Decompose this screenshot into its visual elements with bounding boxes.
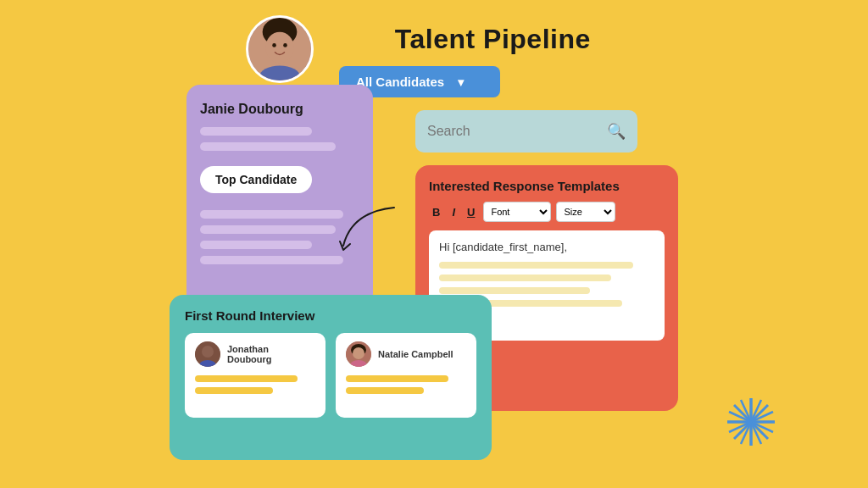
svg-point-4 [283, 43, 287, 47]
candidate-name: Janie Doubourg [200, 102, 359, 117]
mini-header-1: Jonathan Doubourg [195, 341, 315, 367]
interview-card: First Round Interview Jonathan Doubourg [170, 295, 492, 460]
italic-button[interactable]: I [448, 204, 459, 220]
svg-point-15 [202, 346, 214, 358]
candidate-1-name: Jonathan Doubourg [227, 344, 315, 364]
mini-line-1-2 [195, 387, 273, 394]
candidate-line-5 [200, 241, 312, 249]
editor-line-1 [439, 262, 633, 269]
mini-line-1-1 [195, 375, 298, 382]
svg-point-19 [353, 347, 364, 359]
candidate-2-name: Natalie Campbell [378, 349, 453, 359]
editor-text: Hi [candidate_first_name], [439, 241, 654, 253]
top-candidate-button[interactable]: Top Candidate [200, 166, 312, 193]
avatar-jonathan [195, 341, 220, 367]
search-bar: 🔍 [415, 110, 637, 152]
candidates-row: Jonathan Doubourg Natalie Campbell [185, 333, 476, 418]
avatar [246, 15, 314, 83]
interview-card-title: First Round Interview [185, 308, 476, 323]
candidate-mini-card-1: Jonathan Doubourg [185, 333, 326, 418]
response-card-title: Interested Response Templates [429, 179, 665, 193]
dropdown-label: All Candidates [356, 75, 444, 89]
starburst-icon [726, 396, 776, 447]
chevron-down-icon: ▾ [458, 75, 464, 89]
candidate-line-3 [200, 210, 343, 219]
candidate-line-6 [200, 256, 343, 264]
size-select[interactable]: Size [556, 202, 615, 222]
bold-button[interactable]: B [429, 204, 443, 220]
candidate-mini-card-2: Natalie Campbell [336, 333, 476, 418]
mini-line-2-1 [346, 375, 448, 382]
editor-line-3 [439, 287, 590, 294]
font-select[interactable]: Font [483, 202, 551, 222]
text-toolbar: B I U Font Size [429, 202, 665, 222]
candidate-line-1 [200, 127, 312, 136]
search-icon: 🔍 [607, 122, 626, 141]
svg-point-2 [265, 32, 293, 64]
decorative-arrow [335, 203, 403, 254]
editor-line-2 [439, 274, 611, 281]
svg-point-3 [272, 43, 276, 47]
candidate-line-4 [200, 225, 336, 234]
mini-line-2-2 [346, 387, 424, 394]
search-input[interactable] [427, 124, 600, 139]
page-title: Talent Pipeline [395, 24, 591, 55]
underline-button[interactable]: U [464, 204, 478, 220]
candidate-line-2 [200, 142, 336, 151]
avatar-natalie [346, 341, 371, 367]
mini-header-2: Natalie Campbell [346, 341, 466, 367]
